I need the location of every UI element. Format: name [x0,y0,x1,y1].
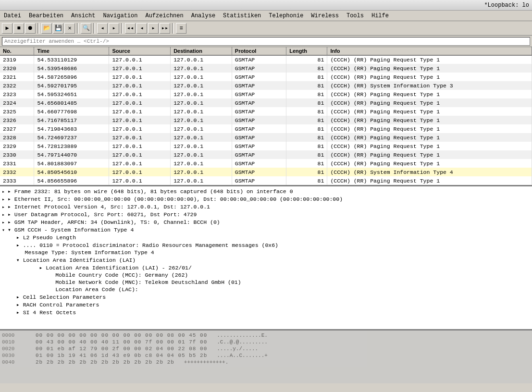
toolbar-fwd-btn[interactable]: ▸ [109,23,119,34]
hex-bytes: 00 43 00 00 40 00 40 11 00 00 7f 00 00 0… [36,339,207,345]
table-row[interactable]: 232154.587265896127.0.0.1127.0.0.1GSMTAP… [0,73,532,81]
menu-item-navigation[interactable]: Navigation [99,12,141,20]
table-row[interactable]: 231954.533110129127.0.0.1127.0.0.1GSMTAP… [0,55,532,64]
col-header-src[interactable]: Source [109,47,171,55]
menu-item-bearbeiten[interactable]: Bearbeiten [25,12,67,20]
table-row[interactable]: 233054.797144070127.0.0.1127.0.0.1GSMTAP… [0,150,532,159]
toolbar-prev-btn[interactable]: ◂ [136,23,147,34]
menu-item-tools[interactable]: Tools [343,12,368,20]
col-header-info[interactable]: Info [327,47,532,55]
hex-offset: 0040 [2,359,26,365]
menu-item-hilfe[interactable]: Hilfe [368,12,393,20]
col-header-time[interactable]: Time [34,47,109,55]
detail-line[interactable]: ▸ Internet Protocol Version 4, Src: 127.… [0,203,532,210]
hex-bytes: 00 01 eb af 12 79 00 2f 00 00 02 04 00 2… [36,346,207,352]
col-header-dst[interactable]: Destination [171,47,232,55]
toolbar-sep1 [37,23,39,34]
hex-ascii: ....A..C.......+ [217,353,268,358]
toolbar-open-btn[interactable]: 📂 [41,23,52,34]
detail-line[interactable]: ▸ Cell Selection Parameters [0,293,532,301]
hex-row: 003001 00 1b 19 41 06 1d 43 e9 0b c8 04 … [2,353,530,358]
toolbar-sep3 [93,23,95,34]
hex-row: 00402b 2b 2b 2b 2b 2b 2b 2b 2b 2b 2b 2b … [2,359,530,365]
toolbar-color-btn[interactable]: ≡ [176,23,186,34]
filter-input[interactable]: Anzeigefilter anwenden … <Ctrl-/> [2,37,530,46]
toolbar-record-btn[interactable]: ⏺ [25,23,36,34]
detail-line[interactable]: ▸ Ethernet II, Src: 00:00:00_00:00:00 (0… [0,195,532,203]
col-header-no[interactable]: No. [0,47,34,55]
toolbar-next-btn[interactable]: ▸ [148,23,159,34]
hex-row: 001000 43 00 00 40 00 40 11 00 00 7f 00 … [2,339,530,345]
table-row[interactable]: 232754.719843683127.0.0.1127.0.0.1GSMTAP… [0,124,532,133]
toolbar-first-btn[interactable]: ◂◂ [125,23,136,34]
detail-line[interactable]: ▸ SI 4 Rest Octets [0,308,532,316]
hex-ascii: .....y./..... [217,346,258,352]
hex-row: 002000 01 eb af 12 79 00 2f 00 00 02 04 … [2,346,530,352]
toolbar-close-btn[interactable]: ✕ [64,23,75,34]
packet-list-container: No. Time Source Destination Protocol Len… [0,47,532,186]
toolbar-sep2 [77,23,79,34]
detail-line[interactable]: ▸ GSM TAP Header, ARFCN: 34 (Downlink), … [0,218,532,226]
detail-line[interactable]: Location Area Code (LAC): [0,286,532,293]
table-row[interactable]: 232354.595324651127.0.0.1127.0.0.1GSMTAP… [0,90,532,98]
hex-offset: 0000 [2,332,26,338]
hex-bytes: 00 00 00 00 00 00 00 00 00 00 00 00 08 0… [36,332,207,338]
menu-item-telephonie[interactable]: Telephonie [265,12,307,20]
hex-offset: 0010 [2,339,26,345]
hex-offset: 0030 [2,353,26,358]
hex-ascii: +++++++++++++. [184,359,228,365]
table-row[interactable]: 232454.656801485127.0.0.1127.0.0.1GSMTAP… [0,98,532,107]
table-row[interactable]: 232054.539548686127.0.0.1127.0.0.1GSMTAP… [0,64,532,73]
detail-line[interactable]: Message Type: System Information Type 4 [0,249,532,256]
table-row[interactable]: 233254.850545610127.0.0.1127.0.0.1GSMTAP… [0,168,532,176]
toolbar: ▶ ■ ⏺ 📂 💾 ✕ 🔍 ◂ ▸ ◂◂ ◂ ▸ ▸▸ ≡ [0,21,532,36]
detail-line[interactable]: ▾ GSM CCCH - System Information Type 4 [0,226,532,233]
detail-line[interactable]: ▸ Location Area Identification (LAI) - 2… [0,264,532,271]
detail-line[interactable]: ▸ RACH Control Parameters [0,301,532,308]
detail-line[interactable]: ▸ Frame 2332: 81 bytes on wire (648 bits… [0,187,532,195]
hex-offset: 0020 [2,346,26,352]
toolbar-search-btn[interactable]: 🔍 [81,23,91,34]
table-row[interactable]: 232954.728123889127.0.0.1127.0.0.1GSMTAP… [0,142,532,150]
menu-item-wireless[interactable]: Wireless [307,12,343,20]
detail-line[interactable]: ▸ User Datagram Protocol, Src Port: 6027… [0,210,532,218]
toolbar-back-btn[interactable]: ◂ [97,23,108,34]
toolbar-last-btn[interactable]: ▸▸ [160,23,170,34]
hex-pane: 000000 00 00 00 00 00 00 00 00 00 00 00 … [0,331,532,383]
detail-line[interactable]: ▸ .... 0110 = Protocol discriminator: Ra… [0,241,532,249]
menu-item-analyse[interactable]: Analyse [187,12,219,20]
detail-pane: ▸ Frame 2332: 81 bytes on wire (648 bits… [0,186,532,331]
col-header-proto[interactable]: Protocol [232,47,286,55]
table-row[interactable]: 232654.716785117127.0.0.1127.0.0.1GSMTAP… [0,116,532,124]
hex-ascii: .C..@.@......... [217,339,268,345]
detail-line[interactable]: ▾ Location Area Identification (LAI) [0,256,532,264]
toolbar-save-btn[interactable]: 💾 [53,23,63,34]
table-row[interactable]: 232254.592701795127.0.0.1127.0.0.1GSMTAP… [0,81,532,90]
menu-item-aufzeichnen[interactable]: Aufzeichnen [141,12,187,20]
menu-bar: DateiBearbeitenAnsichtNavigationAufzeich… [0,11,532,21]
toolbar-sep5 [172,23,174,34]
hex-bytes: 01 00 1b 19 41 06 1d 43 e9 0b c8 04 04 0… [36,353,207,358]
menu-item-datei[interactable]: Datei [0,12,25,20]
hex-row: 000000 00 00 00 00 00 00 00 00 00 00 00 … [2,332,530,338]
toolbar-sep4 [121,23,123,34]
menu-item-statistiken[interactable]: Statistiken [219,12,265,20]
table-row[interactable]: 233154.801883097127.0.0.1127.0.0.1GSMTAP… [0,159,532,168]
toolbar-stop-btn[interactable]: ■ [13,23,24,34]
table-row[interactable]: 232554.660777698127.0.0.1127.0.0.1GSMTAP… [0,107,532,116]
detail-line[interactable]: Mobile Network Code (MNC): Telekom Deuts… [0,279,532,286]
detail-line[interactable]: Mobile Country Code (MCC): Germany (262) [0,271,532,279]
table-row[interactable]: 232854.724697237127.0.0.1127.0.0.1GSMTAP… [0,133,532,142]
title-text: *Loopback: lo [484,2,529,9]
table-row[interactable]: 233354.856655896127.0.0.1127.0.0.1GSMTAP… [0,176,532,185]
title-bar: *Loopback: lo [0,0,532,11]
hex-ascii: ..............E. [217,332,268,338]
col-header-len[interactable]: Length [286,47,327,55]
menu-item-ansicht[interactable]: Ansicht [67,12,99,20]
detail-line[interactable]: ▸ L2 Pseudo Length [0,233,532,241]
hex-bytes: 2b 2b 2b 2b 2b 2b 2b 2b 2b 2b 2b 2b 2b [36,359,174,365]
filter-bar: Anzeigefilter anwenden … <Ctrl-/> [0,36,532,47]
toolbar-start-btn[interactable]: ▶ [2,23,12,34]
